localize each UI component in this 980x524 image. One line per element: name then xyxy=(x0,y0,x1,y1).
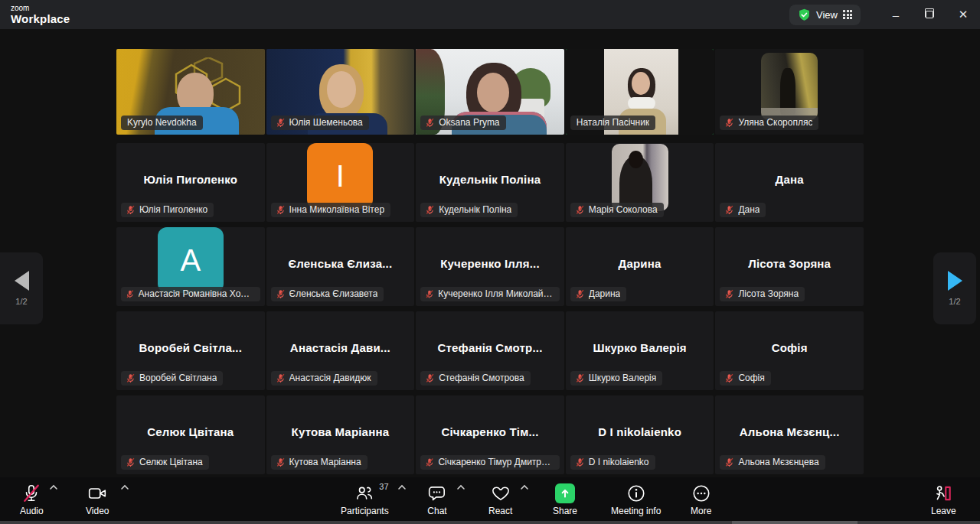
participants-options-caret-icon[interactable] xyxy=(397,484,407,490)
participant-tile[interactable]: Альона Мєзєнц... Альона Мєзєнцева xyxy=(715,395,864,474)
next-page-button[interactable]: 1/2 xyxy=(933,252,976,324)
participant-tile[interactable]: Січкаренко Тім... Січкаренко Тімур Дмитр… xyxy=(416,395,564,474)
participant-tile[interactable]: Дарина Дарина xyxy=(566,227,714,306)
previous-page-button[interactable]: 1/2 xyxy=(0,252,43,324)
participant-name-text: Oksana Pryma xyxy=(439,117,499,128)
muted-mic-icon xyxy=(724,289,734,299)
participant-row: Воробей Світла... Воробей Світлана Анаст… xyxy=(116,311,864,390)
participant-tile[interactable]: Дана Дана xyxy=(715,143,864,222)
leave-button[interactable]: Leave xyxy=(931,483,956,516)
participant-tile[interactable]: Воробей Світла... Воробей Світлана xyxy=(116,311,265,390)
participant-name-text: Анастасія Давидюк xyxy=(289,373,371,383)
participants-count: 37 xyxy=(379,482,388,491)
participant-name-label: Альона Мєзєнцева xyxy=(720,455,825,470)
participant-name-text: Інна Миколаївна Вітер xyxy=(289,204,385,215)
participant-tile[interactable]: D I nikolaienko D I nikolaienko xyxy=(566,395,714,474)
chat-button[interactable]: Chat xyxy=(427,483,447,516)
meeting-info-button-label: Meeting info xyxy=(611,506,661,516)
participant-display-name: Кутова Маріанна xyxy=(266,425,415,438)
view-button-label: View xyxy=(816,9,838,21)
participant-tile[interactable]: Марія Соколова xyxy=(566,143,714,222)
participant-name-label: Воробей Світлана xyxy=(121,371,223,386)
participant-name-text: Дарина xyxy=(589,288,620,299)
participants-button-label: Participants xyxy=(341,506,389,516)
audio-options-caret-icon[interactable] xyxy=(49,484,58,490)
muted-mic-icon xyxy=(126,457,136,467)
video-tile-uliana[interactable]: Уляна Скоропляс xyxy=(715,49,864,135)
participant-name-text: Kyrylo Nevdokha xyxy=(127,117,197,128)
participant-name-label: Kyrylo Nevdokha xyxy=(121,116,203,130)
video-camera-icon xyxy=(87,483,108,503)
meeting-toolbar: Audio Video 37 Participants xyxy=(0,477,980,521)
participant-name-label: D I nikolaienko xyxy=(570,455,655,470)
more-button[interactable]: More xyxy=(691,483,711,516)
video-button-label: Video xyxy=(86,506,109,516)
muted-mic-icon xyxy=(425,289,434,299)
participant-tile[interactable]: A Анастасія Романівна Ходорч... xyxy=(116,227,265,306)
leave-door-icon xyxy=(933,483,954,503)
more-button-label: More xyxy=(691,506,711,516)
video-button[interactable]: Video xyxy=(86,483,109,516)
participant-name-label: Стефанія Смотрова xyxy=(420,371,530,386)
muted-mic-icon xyxy=(276,118,286,128)
muted-mic-icon xyxy=(724,373,734,383)
brand-zoom: zoom xyxy=(11,5,70,12)
muted-mic-icon xyxy=(276,205,286,215)
meeting-info-button[interactable]: Meeting info xyxy=(611,483,661,516)
participant-tile[interactable]: Шкурко Валерія Шкурко Валерія xyxy=(566,311,714,390)
video-tile-oksana[interactable]: Oksana Pryma xyxy=(416,49,564,135)
participant-name-text: Лісота Зоряна xyxy=(738,288,799,299)
video-tile-kyrylo[interactable]: Kyrylo Nevdokha xyxy=(116,49,265,135)
muted-mic-icon xyxy=(575,373,585,383)
participant-tile[interactable]: Стефанія Смотр... Стефанія Смотрова xyxy=(416,311,564,390)
participant-name-text: Січкаренко Тімур Дмитрович xyxy=(438,457,554,467)
participant-name-text: Єленська Єлизавета xyxy=(289,288,378,299)
participant-display-name: Єленська Єлиза... xyxy=(266,257,415,270)
participants-button[interactable]: 37 Participants xyxy=(341,483,389,516)
participant-row: A Анастасія Романівна Ходорч... Єленська… xyxy=(116,227,864,306)
share-button[interactable]: Share xyxy=(553,483,577,516)
participant-tile[interactable]: Софія Софія xyxy=(715,311,864,390)
participant-tile[interactable]: Кутова Маріанна Кутова Маріанна xyxy=(266,395,415,474)
muted-mic-icon xyxy=(575,457,585,467)
participant-name-text: Альона Мєзєнцева xyxy=(738,457,818,467)
react-button[interactable]: React xyxy=(488,483,512,516)
close-button[interactable]: ✕ xyxy=(946,0,980,29)
more-ellipsis-icon xyxy=(691,483,711,503)
zoom-workplace-logo: zoom Workplace xyxy=(11,5,70,25)
participant-row: Селюк Цвітана Селюк Цвітана Кутова Маріа… xyxy=(116,395,864,474)
muted-mic-icon xyxy=(425,118,435,128)
participant-tile[interactable]: Кудельнік Поліна Кудельнік Поліна xyxy=(416,143,564,222)
heart-react-icon xyxy=(491,483,511,503)
view-button[interactable]: View xyxy=(789,5,861,25)
video-options-caret-icon[interactable] xyxy=(120,484,129,490)
participant-tile[interactable]: Єленська Єлиза... Єленська Єлизавета xyxy=(266,227,415,306)
security-shield-icon xyxy=(798,8,811,21)
participant-name-label: Шкурко Валерія xyxy=(570,371,663,386)
participant-name-label: Кудельнік Поліна xyxy=(420,203,518,217)
muted-mic-icon xyxy=(425,373,435,383)
participant-tile[interactable]: Кучеренко Ілля... Кучеренко Ілля Миколай… xyxy=(416,227,564,306)
participant-name-text: Софія xyxy=(738,373,764,383)
participant-tile[interactable]: Анастасія Дави... Анастасія Давидюк xyxy=(266,311,415,390)
participant-name-text: D I nikolaienko xyxy=(589,457,649,467)
participant-name-text: Воробей Світлана xyxy=(139,373,217,383)
participant-display-name: Шкурко Валерія xyxy=(566,341,714,354)
react-options-caret-icon[interactable] xyxy=(520,484,529,490)
minimize-button[interactable]: – xyxy=(879,0,913,29)
participant-tile[interactable]: I Інна Миколаївна Вітер xyxy=(266,143,415,222)
participant-display-name: Кучеренко Ілля... xyxy=(416,257,564,270)
chat-options-caret-icon[interactable] xyxy=(456,484,466,490)
participant-tile[interactable]: Селюк Цвітана Селюк Цвітана xyxy=(116,395,265,474)
page-indicator: 1/2 xyxy=(949,297,960,306)
audio-button[interactable]: Audio xyxy=(20,483,44,516)
muted-mic-icon xyxy=(724,118,734,128)
leave-button-label: Leave xyxy=(931,506,956,516)
participant-name-text: Наталія Пасічник xyxy=(577,117,649,128)
restore-button[interactable] xyxy=(913,0,946,29)
participant-tile[interactable]: Юлія Пиголенко Юлія Пиголенко xyxy=(116,143,265,222)
participant-tile[interactable]: Лісота Зоряна Лісота Зоряна xyxy=(715,227,864,306)
video-tile-yuliia[interactable]: Юлія Шеменьова xyxy=(266,49,415,135)
letter-avatar: I xyxy=(307,143,373,209)
video-tile-nataliia-active-speaker[interactable]: Наталія Пасічник xyxy=(566,49,714,135)
